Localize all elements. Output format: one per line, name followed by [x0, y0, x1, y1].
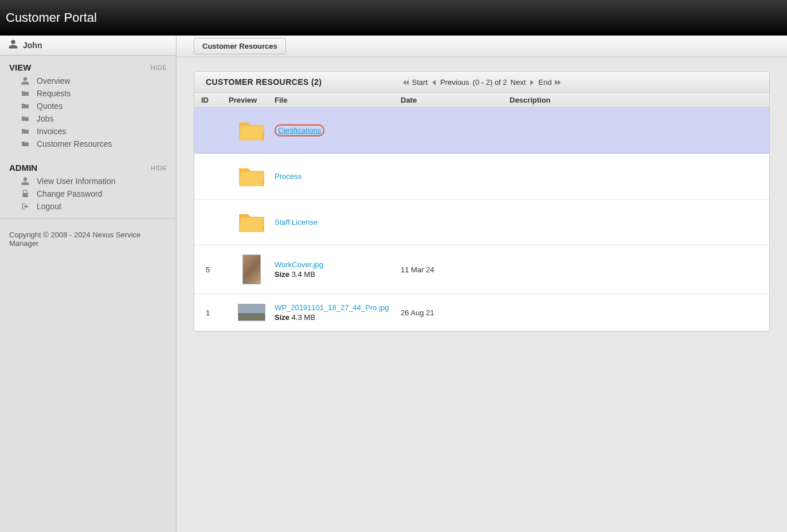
- pager-end-icon[interactable]: [555, 78, 561, 87]
- sidebar: John VIEW HIDE OverviewRequestsQuotesJob…: [0, 36, 177, 532]
- pager-end[interactable]: End: [537, 78, 553, 87]
- cell-file: WorkCover.jpgSize 3.4 MB: [275, 260, 401, 279]
- app-header: Customer Portal: [0, 0, 787, 36]
- panel-title: CUSTOMER RESOURCES (2): [206, 77, 322, 87]
- cell-id: 1: [194, 308, 229, 317]
- pager-start-icon[interactable]: [403, 78, 409, 87]
- lock-icon: [21, 189, 30, 198]
- table-row[interactable]: 1WP_20191101_18_27_44_Pro.jpgSize 4.3 MB…: [194, 294, 769, 331]
- cell-file: Staff License: [275, 218, 401, 226]
- table-row[interactable]: Certifications: [194, 108, 769, 154]
- sidebar-item-label: View User Information: [37, 177, 115, 186]
- user-icon: [8, 39, 18, 52]
- folder-icon: [21, 127, 30, 136]
- cell-preview: [229, 255, 275, 284]
- sidebar-item-jobs[interactable]: Jobs: [0, 112, 176, 125]
- pager-next[interactable]: Next: [510, 78, 527, 87]
- pager-prev-icon[interactable]: [431, 78, 437, 87]
- column-headers: ID Preview File Date Description: [194, 93, 769, 108]
- folder-icon: [21, 89, 30, 98]
- col-preview[interactable]: Preview: [229, 96, 275, 104]
- table-row[interactable]: Staff License: [194, 200, 769, 245]
- sidebar-item-label: Jobs: [37, 114, 54, 123]
- copyright: Copyright © 2008 - 2024 Nexus Service Ma…: [0, 218, 176, 259]
- sidebar-item-logout[interactable]: Logout: [0, 200, 176, 213]
- user-icon: [21, 177, 30, 186]
- panel-header: CUSTOMER RESOURCES (2) Start Previous (0…: [194, 72, 769, 93]
- nav-list-admin: View User InformationChange PasswordLogo…: [0, 175, 176, 218]
- sidebar-item-overview[interactable]: Overview: [0, 75, 176, 87]
- file-link[interactable]: Certifications: [275, 124, 324, 136]
- cell-preview: [229, 304, 275, 321]
- folder-icon: [237, 163, 266, 190]
- table-row[interactable]: Process: [194, 154, 769, 200]
- file-link[interactable]: Process: [275, 172, 302, 181]
- col-date[interactable]: Date: [401, 96, 510, 104]
- section-admin-title: ADMIN: [9, 163, 37, 173]
- pager-range: (0 - 2) of 2: [473, 78, 507, 87]
- cell-date: 11 Mar 24: [401, 265, 510, 274]
- folder-icon: [21, 139, 30, 148]
- section-admin-hide[interactable]: HIDE: [151, 165, 167, 171]
- cell-preview: [229, 117, 275, 144]
- cell-file: WP_20191101_18_27_44_Pro.jpgSize 4.3 MB: [275, 303, 401, 322]
- sidebar-item-quotes[interactable]: Quotes: [0, 100, 176, 112]
- file-size: Size 3.4 MB: [275, 270, 401, 279]
- sidebar-item-label: Invoices: [37, 127, 66, 136]
- folder-icon: [21, 101, 30, 111]
- col-file[interactable]: File: [275, 96, 401, 104]
- sidebar-item-label: Logout: [37, 202, 61, 211]
- table-row[interactable]: 5WorkCover.jpgSize 3.4 MB11 Mar 24: [194, 245, 769, 294]
- sidebar-item-view-user-information[interactable]: View User Information: [0, 175, 176, 187]
- section-view-hide[interactable]: HIDE: [151, 64, 167, 71]
- resources-panel: CUSTOMER RESOURCES (2) Start Previous (0…: [194, 71, 770, 332]
- main-content: Customer Resources CUSTOMER RESOURCES (2…: [177, 36, 787, 532]
- file-link[interactable]: Staff License: [275, 218, 318, 226]
- user-bar[interactable]: John: [0, 36, 176, 56]
- sidebar-item-change-password[interactable]: Change Password: [0, 187, 176, 200]
- app-title: Customer Portal: [6, 10, 97, 25]
- sidebar-item-label: Change Password: [37, 189, 102, 198]
- sidebar-item-label: Customer Resources: [37, 139, 112, 148]
- cell-preview: [229, 209, 275, 236]
- cell-id: 5: [194, 265, 229, 274]
- cell-preview: [229, 163, 275, 190]
- user-icon: [21, 76, 30, 85]
- pager-previous[interactable]: Previous: [439, 78, 471, 87]
- sidebar-item-invoices[interactable]: Invoices: [0, 125, 176, 138]
- folder-icon: [21, 114, 30, 123]
- pager-start[interactable]: Start: [411, 78, 429, 87]
- cell-file: Certifications: [275, 124, 401, 136]
- tab-bar: Customer Resources: [177, 36, 787, 57]
- file-link[interactable]: WP_20191101_18_27_44_Pro.jpg: [275, 303, 389, 312]
- cell-file: Process: [275, 172, 401, 181]
- cell-date: 26 Aug 21: [401, 308, 510, 317]
- user-name: John: [23, 41, 42, 50]
- arrow-out-icon: [21, 202, 30, 211]
- image-thumbnail[interactable]: [238, 304, 265, 321]
- folder-icon: [237, 117, 266, 144]
- col-desc[interactable]: Description: [510, 96, 769, 104]
- sidebar-item-label: Overview: [37, 76, 70, 85]
- image-thumbnail[interactable]: [242, 255, 261, 284]
- section-admin-head: ADMIN HIDE: [0, 156, 176, 175]
- sidebar-item-customer-resources[interactable]: Customer Resources: [0, 138, 176, 150]
- pager-next-icon[interactable]: [529, 78, 535, 87]
- tab-customer-resources[interactable]: Customer Resources: [194, 38, 286, 54]
- file-size: Size 4.3 MB: [275, 313, 401, 322]
- folder-icon: [237, 209, 266, 236]
- section-view-head: VIEW HIDE: [0, 56, 176, 75]
- pager: Start Previous (0 - 2) of 2 Next End: [403, 78, 561, 87]
- sidebar-item-label: Requests: [37, 89, 71, 98]
- sidebar-item-requests[interactable]: Requests: [0, 87, 176, 100]
- file-link[interactable]: WorkCover.jpg: [275, 260, 323, 269]
- sidebar-item-label: Quotes: [37, 101, 62, 111]
- col-id[interactable]: ID: [194, 96, 229, 104]
- section-view-title: VIEW: [9, 62, 31, 72]
- rows-container: CertificationsProcessStaff License5WorkC…: [194, 108, 769, 331]
- nav-list-view: OverviewRequestsQuotesJobsInvoicesCustom…: [0, 75, 176, 156]
